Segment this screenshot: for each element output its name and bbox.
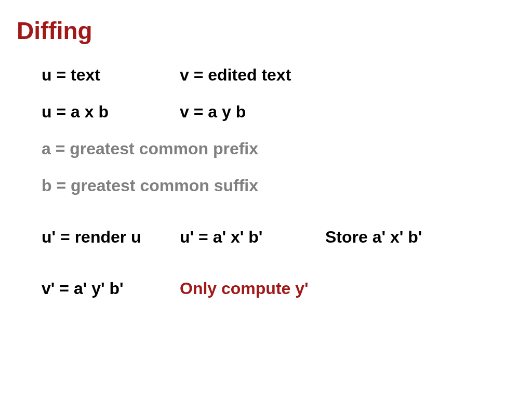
v-prime-row: v' = a' y' b' Only compute y' bbox=[42, 279, 511, 298]
definition-row-1: u = text v = edited text bbox=[42, 65, 511, 85]
u-prime-decomposition: u' = a' x' b' bbox=[180, 228, 325, 247]
render-u-row: u' = render u u' = a' x' b' Store a' x' … bbox=[42, 228, 511, 247]
compute-instruction: Only compute y' bbox=[180, 279, 325, 298]
u-definition: u = text bbox=[42, 65, 180, 85]
v-decomposition: v = a y b bbox=[180, 102, 325, 122]
u-prime-definition: u' = render u bbox=[42, 228, 180, 247]
b-explanation: b = greatest common suffix bbox=[42, 176, 511, 195]
v-definition: v = edited text bbox=[180, 65, 325, 85]
decomposition-row: u = a x b v = a y b bbox=[42, 102, 511, 122]
v-prime-decomposition: v' = a' y' b' bbox=[42, 279, 180, 298]
store-instruction: Store a' x' b' bbox=[325, 228, 511, 247]
a-explanation: a = greatest common prefix bbox=[42, 139, 511, 158]
slide-content: u = text v = edited text u = a x b v = a… bbox=[17, 65, 511, 298]
slide-title: Diffing bbox=[17, 17, 511, 45]
u-decomposition: u = a x b bbox=[42, 102, 180, 122]
